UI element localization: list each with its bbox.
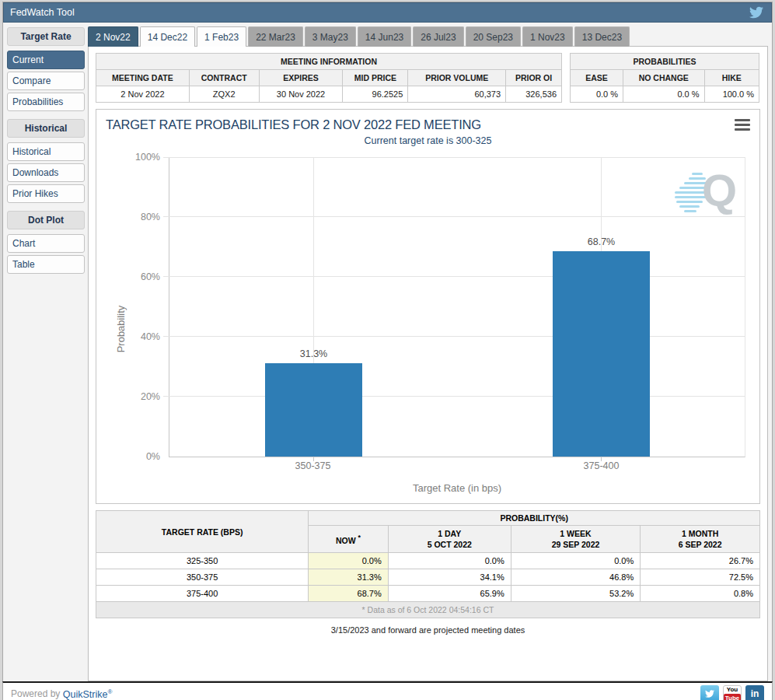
meeting-date-tabs: 2 Nov22 14 Dec22 1 Feb23 22 Mar23 3 May2… — [88, 26, 768, 47]
y-tick-60: 60% — [141, 271, 160, 282]
sidebar-item-current[interactable]: Current — [7, 51, 85, 69]
powered-by: Powered by QuikStrike® — [11, 688, 112, 699]
plot-area: 0% 20% 40% 60% 80% 100% 31.3% 68.7% — [169, 157, 745, 457]
sidebar-item-historical[interactable]: Historical — [7, 142, 85, 161]
tab-14dec22[interactable]: 14 Dec22 — [140, 26, 195, 47]
y-tick-100: 100% — [135, 152, 160, 163]
footer-bar: Powered by QuikStrike® You Tube in — [2, 681, 773, 700]
col-contract: CONTRACT — [189, 70, 259, 86]
col-hike: HIKE — [704, 70, 759, 86]
sidebar: Target Rate Current Compare Probabilitie… — [7, 26, 85, 681]
table-row: 350-375 31.3% 34.1% 46.8% 72.5% — [96, 569, 760, 586]
probabilities-summary-table: PROBABILITIES EASE NO CHANGE HIKE 0.0 % … — [570, 53, 759, 103]
y-tick-80: 80% — [141, 212, 160, 222]
chart-menu-icon[interactable] — [735, 119, 750, 131]
col-meeting-date: MEETING DATE — [96, 70, 190, 86]
rate-350-375: 350-375 — [96, 569, 309, 586]
quikstrike-link[interactable]: QuikStrike® — [63, 689, 113, 700]
hike-value: 100.0 % — [704, 86, 759, 103]
meeting-information-table: MEETING INFORMATION MEETING DATE CONTRAC… — [96, 53, 562, 103]
col-now: NOW * — [309, 526, 388, 553]
tab-2nov22[interactable]: 2 Nov22 — [88, 26, 138, 47]
y-tick-0: 0% — [146, 451, 160, 462]
col-no-change: NO CHANGE — [623, 70, 704, 86]
probabilities-title: PROBABILITIES — [570, 53, 759, 69]
meeting-information-title: MEETING INFORMATION — [96, 53, 562, 69]
col-1-week: 1 WEEK29 SEP 2022 — [511, 526, 641, 553]
table-row: 375-400 68.7% 65.9% 53.2% 0.8% — [96, 586, 760, 602]
col-mid-price: MID PRICE — [343, 70, 408, 86]
col-prior-volume: PRIOR VOLUME — [408, 70, 506, 86]
col-ease: EASE — [571, 70, 623, 86]
sidebar-item-probabilities[interactable]: Probabilities — [7, 93, 85, 111]
bar-label-375-400: 68.7% — [553, 236, 650, 247]
projected-dates-note: 3/15/2023 and forward are projected meet… — [96, 618, 760, 636]
prior-oi-value: 326,536 — [506, 86, 562, 103]
bar-label-350-375: 31.3% — [265, 348, 362, 359]
tab-1feb23[interactable]: 1 Feb23 — [197, 26, 246, 47]
rate-325-350: 325-350 — [96, 553, 309, 569]
mid-price-value: 96.2525 — [343, 86, 408, 103]
tab-1nov23[interactable]: 1 Nov23 — [522, 26, 573, 47]
tab-20sep23[interactable]: 20 Sep23 — [466, 26, 521, 47]
col-prior-oi: PRIOR OI — [506, 70, 562, 86]
main-area: 2 Nov22 14 Dec22 1 Feb23 22 Mar23 3 May2… — [88, 26, 768, 681]
sidebar-item-compare[interactable]: Compare — [7, 72, 85, 90]
bar-chart: Probability 0% 20% 40% 60% — [169, 157, 745, 500]
col-1-month: 1 MONTH6 SEP 2022 — [641, 526, 760, 553]
tab-3may23[interactable]: 3 May23 — [305, 26, 356, 47]
probability-history-table: TARGET RATE (BPS) PROBABILITY(%) NOW * 1… — [96, 510, 760, 618]
prior-volume-value: 60,373 — [408, 86, 506, 103]
sidebar-item-prior-hikes[interactable]: Prior Hikes — [7, 184, 85, 203]
app-title: FedWatch Tool — [10, 7, 75, 18]
app-frame: FedWatch Tool Target Rate Current Compar… — [2, 2, 773, 681]
tab-26jul23[interactable]: 26 Jul23 — [413, 26, 463, 47]
col-group-probability: PROBABILITY(%) — [309, 511, 760, 526]
sidebar-item-downloads[interactable]: Downloads — [7, 163, 85, 182]
contract-value: ZQX2 — [189, 86, 259, 103]
linkedin-icon[interactable]: in — [745, 685, 764, 700]
tab-22mar23[interactable]: 22 Mar23 — [248, 26, 303, 47]
sidebar-header-historical: Historical — [7, 119, 85, 138]
ease-value: 0.0 % — [571, 86, 623, 103]
col-1-day: 1 DAY5 OCT 2022 — [388, 526, 511, 553]
tab-13dec23[interactable]: 13 Dec23 — [574, 26, 630, 47]
watermark-q: Q — [702, 168, 737, 213]
x-label-350-375: 350-375 — [295, 460, 331, 471]
sidebar-item-table[interactable]: Table — [7, 255, 85, 274]
twitter-icon[interactable] — [748, 5, 765, 19]
x-label-375-400: 375-400 — [584, 460, 620, 471]
chart-title: TARGET RATE PROBABILITIES FOR 2 NOV 2022… — [103, 114, 753, 134]
meeting-date-value: 2 Nov 2022 — [96, 86, 190, 103]
bar-375-400[interactable] — [553, 251, 650, 457]
sidebar-item-chart[interactable]: Chart — [7, 234, 85, 253]
expires-value: 30 Nov 2022 — [259, 86, 343, 103]
title-bar: FedWatch Tool — [3, 2, 772, 23]
y-tick-40: 40% — [141, 331, 160, 342]
tab-14jun23[interactable]: 14 Jun23 — [358, 26, 411, 47]
y-tick-20: 20% — [141, 391, 160, 402]
youtube-icon[interactable]: You Tube — [723, 685, 742, 700]
data-as-of-note: * Data as of 6 Oct 2022 04:54:16 CT — [96, 602, 760, 618]
y-axis-title: Probability — [115, 305, 127, 352]
twitter-footer-icon[interactable] — [700, 685, 719, 700]
sidebar-header-dot-plot: Dot Plot — [7, 211, 85, 229]
col-expires: EXPIRES — [259, 70, 343, 86]
chart-subtitle: Current target rate is 300-325 — [103, 134, 753, 154]
sidebar-header-target-rate: Target Rate — [7, 27, 85, 46]
col-target-rate-bps: TARGET RATE (BPS) — [96, 511, 309, 553]
x-axis-title: Target Rate (in bps) — [169, 478, 745, 500]
bar-350-375[interactable] — [265, 363, 362, 457]
tab-panel: MEETING INFORMATION MEETING DATE CONTRAC… — [88, 46, 768, 681]
rate-375-400: 375-400 — [96, 586, 309, 602]
chart-panel: TARGET RATE PROBABILITIES FOR 2 NOV 2022… — [96, 109, 760, 504]
table-row: 325-350 0.0% 0.0% 0.0% 26.7% — [96, 553, 760, 569]
no-change-value: 0.0 % — [623, 86, 704, 103]
